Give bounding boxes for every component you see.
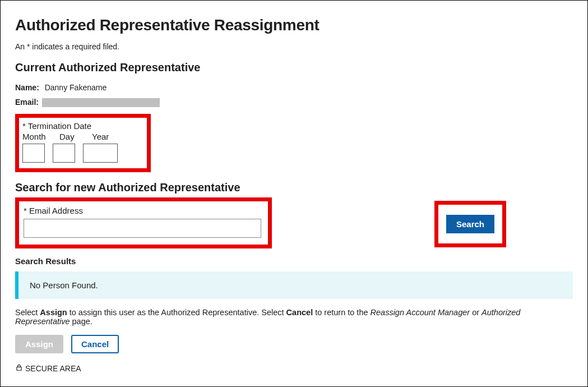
secure-area-label: SECURE AREA bbox=[25, 364, 81, 373]
email-label: Email: bbox=[15, 98, 39, 107]
email-address-label: * Email Address bbox=[24, 206, 261, 215]
search-results-heading: Search Results bbox=[15, 256, 573, 266]
day-input[interactable] bbox=[53, 144, 75, 163]
email-row: Email: bbox=[15, 98, 573, 107]
month-label: Month bbox=[22, 132, 47, 141]
email-redacted bbox=[42, 98, 160, 107]
name-value: Danny Fakename bbox=[45, 83, 107, 92]
current-rep-heading: Current Authorized Representative bbox=[15, 61, 573, 74]
month-input[interactable] bbox=[22, 144, 45, 163]
day-label: Day bbox=[59, 132, 80, 141]
year-input[interactable] bbox=[83, 144, 118, 163]
search-button-group: Search bbox=[434, 201, 506, 247]
page-title: Authorized Representative Reassignment bbox=[15, 16, 573, 34]
search-button[interactable]: Search bbox=[446, 215, 494, 233]
name-label: Name: bbox=[15, 83, 39, 92]
lock-icon bbox=[15, 363, 23, 373]
email-address-group: * Email Address bbox=[15, 197, 272, 248]
svg-rect-0 bbox=[17, 367, 21, 371]
termination-date-legend: * Termination Date bbox=[22, 121, 126, 131]
name-row: Name: Danny Fakename bbox=[15, 83, 573, 92]
required-note: An * indicates a required filed. bbox=[15, 42, 573, 51]
email-address-input[interactable] bbox=[24, 219, 261, 238]
termination-date-group: * Termination Date Month Day Year bbox=[15, 114, 151, 172]
secure-area: SECURE AREA bbox=[15, 363, 573, 373]
year-label: Year bbox=[92, 132, 126, 141]
search-section-heading: Search for new Authorized Representative bbox=[15, 181, 573, 194]
instructions-text: Select Assign to assign this user as the… bbox=[15, 308, 573, 326]
search-results-banner: No Person Found. bbox=[15, 271, 573, 299]
search-results-message: No Person Found. bbox=[30, 280, 98, 290]
assign-button[interactable]: Assign bbox=[15, 335, 63, 353]
cancel-button[interactable]: Cancel bbox=[71, 335, 119, 353]
